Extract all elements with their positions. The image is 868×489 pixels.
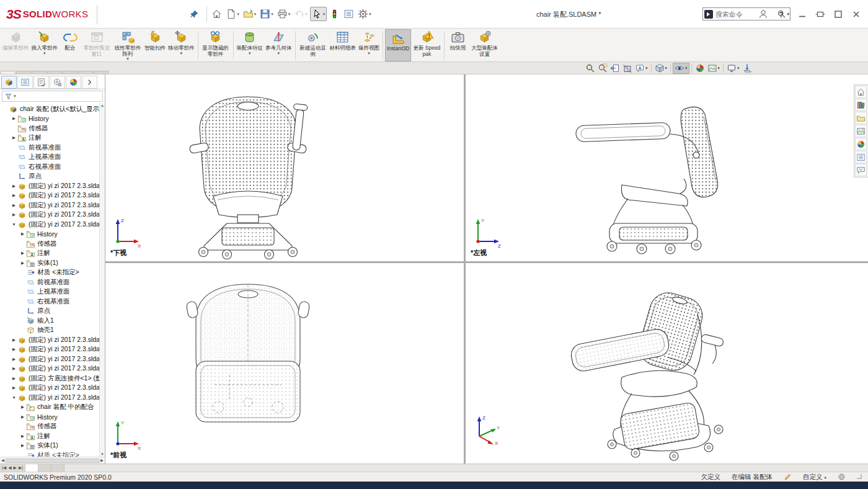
dropdown-arrow-icon[interactable]: ▾ [237, 12, 239, 17]
tree-expander-icon[interactable]: ▶ [11, 116, 17, 121]
tree-item[interactable]: 上视基准面 [0, 287, 99, 297]
view-toolbar-button[interactable]: ▾ [706, 63, 722, 74]
quick-tool-button[interactable]: ▾ [276, 7, 292, 20]
dropdown-arrow-icon[interactable]: ▾ [685, 66, 688, 71]
scrollbar-thumb[interactable] [6, 459, 99, 463]
dropdown-arrow-icon[interactable]: ▾ [254, 12, 257, 17]
command-tab[interactable] [16, 71, 31, 74]
task-pane-tab[interactable] [855, 112, 867, 124]
tree-item[interactable]: ▶ (固定) yi zi 2017 2.3.sldasm-Part- [0, 191, 99, 201]
dropdown-arrow-icon[interactable]: ▾ [43, 52, 46, 55]
tree-item[interactable]: chair 装配 (默认<默认_显示状态-1> [0, 104, 99, 114]
scroll-left-icon[interactable]: ◀ [1, 458, 4, 463]
view-toolbar-button[interactable]: ▾ [670, 64, 671, 73]
manager-tab[interactable] [1, 76, 17, 89]
resize-grip[interactable] [857, 474, 862, 479]
tree-expander-icon[interactable]: ▶ [19, 415, 26, 419]
tree-item[interactable]: 材质 <未指定> [0, 268, 99, 278]
viewport-bottom-view[interactable]: Z X *下视 [105, 74, 464, 261]
menu-item[interactable] [151, 12, 162, 17]
tab-scroll-buttons[interactable]: |◀◀▶▶| [0, 464, 25, 472]
ribbon-button[interactable]: 新建运动算例 ▾ [298, 29, 329, 61]
scroll-prev-icon[interactable]: ◀ [8, 465, 11, 470]
horizontal-splitter[interactable] [105, 261, 868, 263]
titlebar-button[interactable]: ? ▾ [775, 8, 790, 20]
ribbon-button[interactable]: ▾ [383, 31, 383, 60]
window-control-button[interactable] [821, 63, 829, 71]
window-control-button[interactable] [808, 63, 816, 71]
tree-item[interactable]: ▶ A 注解 [0, 133, 99, 143]
titlebar-button[interactable]: ▾ [796, 8, 808, 20]
menu-item[interactable] [106, 12, 117, 17]
tree-item[interactable]: 抽壳1 [0, 326, 99, 336]
tree-item[interactable]: ▶ A 注解 [0, 431, 99, 441]
view-toolbar-button[interactable]: ▾ [725, 63, 741, 74]
status-units[interactable]: 自定义▴ [803, 473, 826, 482]
dropdown-arrow-icon[interactable]: ▾ [369, 12, 371, 17]
tree-expander-icon[interactable]: ▶ [11, 212, 17, 217]
dropdown-arrow-icon[interactable]: ▾ [665, 66, 668, 71]
dropdown-arrow-icon[interactable]: ▾ [249, 52, 251, 55]
ribbon-button[interactable]: ▾ [198, 31, 198, 60]
tree-expander-icon[interactable]: ▶ [19, 231, 26, 236]
menu-item[interactable] [162, 12, 173, 17]
tree-item[interactable]: ▶ (固定) yi zi 2017 2.3.sldasm-Part- [0, 384, 99, 393]
ribbon-button[interactable]: Instant3D ▾ [385, 29, 411, 61]
menu-item[interactable] [117, 12, 128, 17]
viewport-isometric-view[interactable]: Z Y X [466, 263, 868, 464]
quick-tool-button[interactable]: ▾ [242, 7, 258, 20]
view-toolbar-button[interactable]: ▾ [694, 63, 706, 74]
tree-expander-icon[interactable]: ▼ [11, 222, 17, 227]
tree-expander-icon[interactable]: ▶ [11, 357, 17, 362]
dropdown-arrow-icon[interactable]: ▾ [277, 52, 280, 55]
view-toolbar-button[interactable]: ▾ [584, 63, 596, 74]
pin-menu-icon[interactable] [189, 9, 199, 19]
tree-expander-icon[interactable]: ▶ [11, 366, 17, 371]
view-toolbar-button[interactable]: ▾ [651, 64, 652, 73]
tree-item[interactable]: ▶ History [0, 230, 99, 240]
tree-horizontal-scrollbar[interactable]: ◀▶ [0, 457, 105, 464]
dropdown-arrow-icon[interactable]: ▾ [787, 12, 789, 17]
scroll-right-icon[interactable]: ▶ [100, 458, 104, 463]
quick-tool-button[interactable]: ▾ [259, 7, 275, 20]
manager-tab[interactable] [33, 76, 49, 89]
dropdown-arrow-icon[interactable]: ▾ [368, 52, 370, 55]
tree-item[interactable]: ▼ (固定) yi zi 2017 2.3.sldasm-Part- [0, 393, 99, 403]
tree-expander-icon[interactable]: ▶ [11, 203, 17, 208]
ribbon-button[interactable]: 编辑零部件 ▾ [1, 29, 30, 61]
command-tab[interactable] [94, 71, 108, 74]
tree-item[interactable]: ▼ (固定) yi zi 2017 2.3.sldasm-Part- [0, 220, 99, 230]
tree-item[interactable]: ▶ 实体(1) [0, 258, 99, 268]
viewport-left-view[interactable]: Y Z *左视 [466, 74, 868, 261]
ribbon-button[interactable]: 大型装配体设置 ▾ [469, 29, 500, 61]
manager-tab[interactable] [66, 76, 81, 89]
view-toolbar-button[interactable]: ▾ [691, 64, 692, 73]
tree-item[interactable]: 上视基准面 [0, 153, 99, 163]
tree-item[interactable]: ▶ (固定) 方底连接件<1> (默认<< [0, 374, 99, 384]
tree-item[interactable]: 原点 [0, 307, 99, 316]
tree-item[interactable]: 右视基准面 [0, 162, 99, 172]
tree-expander-icon[interactable]: ▶ [19, 251, 26, 256]
view-toolbar-button[interactable]: ▾ [673, 63, 689, 74]
dropdown-arrow-icon[interactable]: ▾ [126, 57, 129, 61]
tree-item[interactable]: ▶ A 注解 [0, 249, 99, 259]
study-tab[interactable] [38, 464, 51, 472]
vertical-splitter[interactable] [464, 74, 466, 464]
tree-item[interactable]: ▶ (固定) yi zi 2017 2.3.sldasm-Part- [0, 364, 99, 374]
task-pane-tab[interactable] [855, 151, 867, 163]
ribbon-button[interactable]: 零部件预览窗口 ▾ [81, 29, 112, 61]
dropdown-arrow-icon[interactable]: ▾ [718, 66, 720, 71]
tree-expander-icon[interactable]: ▶ [11, 135, 17, 140]
quick-tool-button[interactable]: ▾ [210, 7, 223, 20]
menu-item[interactable] [173, 12, 184, 17]
tree-item[interactable]: 前视基准面 [0, 143, 99, 153]
tree-item[interactable]: ▶ chair 装配 中的配合 [0, 403, 99, 413]
ribbon-button[interactable]: ▾ [295, 31, 296, 60]
command-tab[interactable] [1, 71, 16, 74]
tree-filter[interactable]: ▾ [2, 91, 103, 102]
ribbon-button[interactable]: 配合 ▾ [59, 29, 81, 61]
task-pane-tab[interactable] [855, 86, 867, 98]
view-toolbar-button[interactable]: A ▾ [634, 63, 649, 74]
tree-item[interactable]: ▶ (固定) yi zi 2017 2.3.sldasm-Part- [0, 335, 99, 345]
titlebar-button[interactable]: ▾ [757, 8, 769, 20]
